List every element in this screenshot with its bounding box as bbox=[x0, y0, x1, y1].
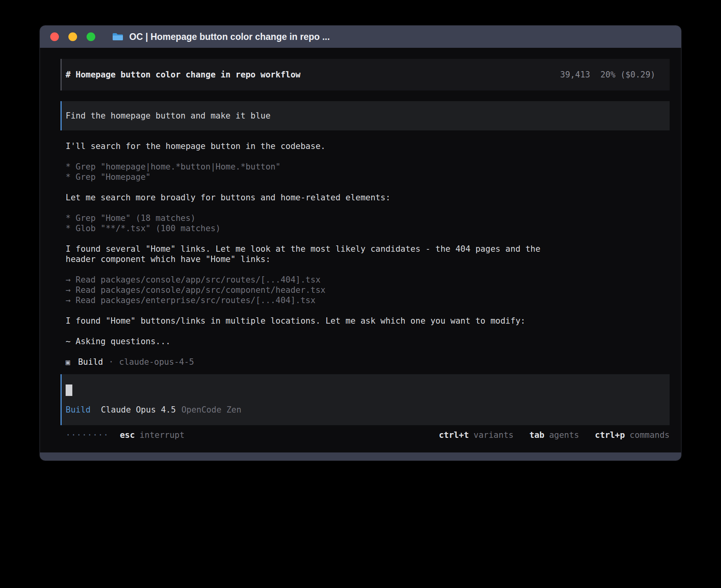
assistant-message: I found several "Home" links. Let me loo… bbox=[66, 244, 560, 264]
provider-label: OpenCode Zen bbox=[181, 405, 242, 415]
tool-call-group: * Grep "Home" (18 matches) * Glob "**/*.… bbox=[66, 213, 670, 234]
traffic-lights bbox=[50, 32, 95, 41]
session-header: # Homepage button color change in repo w… bbox=[60, 59, 670, 90]
window-title-group: OC | Homepage button color change in rep… bbox=[112, 32, 330, 42]
agent-model: claude-opus-4-5 bbox=[119, 357, 194, 367]
context-usage: 20% ($0.29) bbox=[600, 70, 655, 80]
shortcut-label: commands bbox=[630, 430, 670, 440]
shortcut-key: tab bbox=[529, 430, 544, 440]
shortcut-key: ctrl+t bbox=[439, 430, 469, 440]
agent-name: Build bbox=[78, 357, 103, 367]
window-titlebar: OC | Homepage button color change in rep… bbox=[40, 26, 681, 48]
text-cursor bbox=[66, 384, 72, 396]
tool-call-glob: * Glob "**/*.tsx" (100 matches) bbox=[66, 223, 670, 234]
window-title: OC | Homepage button color change in rep… bbox=[129, 32, 330, 42]
shortcut-label: agents bbox=[549, 430, 579, 440]
status-bar-left: ········ esc interrupt bbox=[66, 430, 185, 440]
interrupt-label: interrupt bbox=[140, 430, 185, 440]
tool-call-grep: * Grep "Homepage" bbox=[66, 172, 670, 182]
tool-call-group: * Grep "homepage|home.*button|Home.*butt… bbox=[66, 162, 670, 182]
status-bar: ········ esc interrupt ctrl+t variants t… bbox=[60, 430, 670, 440]
tool-call-grep: * Grep "homepage|home.*button|Home.*butt… bbox=[66, 162, 670, 172]
agent-status-line: ▣ Build · claude-opus-4-5 bbox=[66, 357, 670, 367]
transcript: I'll search for the homepage button in t… bbox=[60, 130, 670, 367]
tool-call-read: → Read packages/console/app/src/routes/[… bbox=[66, 275, 670, 285]
tool-call-grep: * Grep "Home" (18 matches) bbox=[66, 213, 670, 223]
tool-call-read: → Read packages/console/app/src/componen… bbox=[66, 285, 670, 295]
shortcut-agents: tab agents bbox=[529, 430, 579, 440]
user-message: Find the homepage button and make it blu… bbox=[60, 101, 670, 130]
terminal-window: OC | Homepage button color change in rep… bbox=[40, 25, 681, 461]
esc-key: esc bbox=[120, 430, 135, 440]
window-bottom-edge bbox=[40, 452, 681, 460]
close-button[interactable] bbox=[50, 32, 59, 41]
shortcut-interrupt: esc interrupt bbox=[120, 430, 185, 440]
shortcut-key: ctrl+p bbox=[595, 430, 625, 440]
folder-icon bbox=[112, 32, 124, 41]
asking-questions-status: ~ Asking questions... bbox=[66, 336, 670, 347]
dot-separator: · bbox=[109, 357, 114, 367]
token-count: 39,413 bbox=[560, 70, 590, 80]
session-stats: 39,413 20% ($0.29) bbox=[560, 70, 655, 80]
assistant-message: Let me search more broadly for buttons a… bbox=[66, 192, 670, 203]
spinner-dots: ········ bbox=[66, 430, 109, 440]
assistant-message: I'll search for the homepage button in t… bbox=[66, 141, 670, 151]
model-label: Claude Opus 4.5 bbox=[101, 405, 176, 415]
terminal-content: # Homepage button color change in repo w… bbox=[40, 48, 681, 440]
zoom-button[interactable] bbox=[87, 32, 95, 41]
shortcut-label: variants bbox=[474, 430, 513, 440]
prompt-input[interactable]: Build Claude Opus 4.5 OpenCode Zen bbox=[60, 374, 670, 425]
shortcut-commands: ctrl+p commands bbox=[595, 430, 670, 440]
tool-call-read: → Read packages/enterprise/src/routes/[.… bbox=[66, 295, 670, 305]
input-meta: Build Claude Opus 4.5 OpenCode Zen bbox=[66, 405, 655, 415]
tool-call-group: → Read packages/console/app/src/routes/[… bbox=[66, 275, 670, 305]
session-title: # Homepage button color change in repo w… bbox=[66, 70, 300, 80]
agent-icon: ▣ bbox=[66, 357, 70, 367]
minimize-button[interactable] bbox=[68, 32, 77, 41]
user-message-text: Find the homepage button and make it blu… bbox=[66, 111, 270, 121]
assistant-message: I found "Home" buttons/links in multiple… bbox=[66, 316, 670, 326]
shortcut-variants: ctrl+t variants bbox=[439, 430, 513, 440]
mode-label: Build bbox=[66, 405, 91, 415]
status-bar-right: ctrl+t variants tab agents ctrl+p comman… bbox=[439, 430, 670, 440]
